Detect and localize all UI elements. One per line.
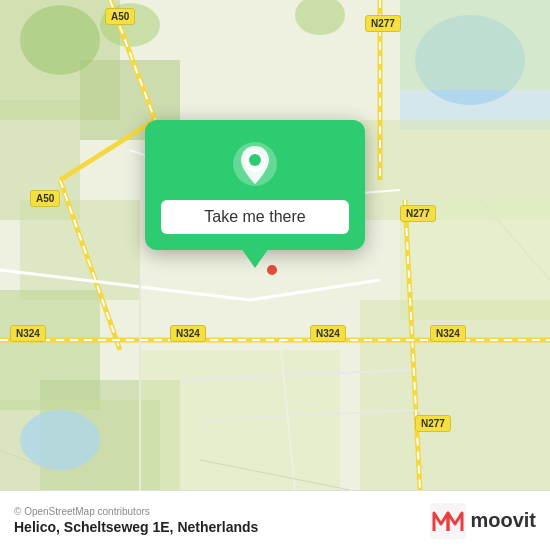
svg-rect-9 [400, 0, 550, 90]
road-label-n277-mid: N277 [400, 205, 436, 222]
location-pin-icon [231, 140, 279, 188]
road-label-a50-top: A50 [105, 8, 135, 25]
take-me-there-button[interactable]: Take me there [161, 200, 349, 234]
road-label-n324-left: N324 [10, 325, 46, 342]
svg-rect-13 [140, 350, 340, 490]
bottom-info: © OpenStreetMap contributors Helico, Sch… [14, 506, 258, 535]
road-label-a50-left: A50 [30, 190, 60, 207]
moovit-icon [430, 503, 466, 539]
road-label-n324-mid-left: N324 [170, 325, 206, 342]
popup-card: Take me there [145, 120, 365, 250]
road-label-n324-mid: N324 [310, 325, 346, 342]
bottom-bar: © OpenStreetMap contributors Helico, Sch… [0, 490, 550, 550]
map-container: N277 N277 N277 A50 A50 N324 N324 N324 N3… [0, 0, 550, 490]
copyright-text: © OpenStreetMap contributors [14, 506, 258, 517]
road-label-n277-bottom: N277 [415, 415, 451, 432]
svg-point-15 [20, 410, 100, 470]
svg-point-44 [249, 154, 261, 166]
moovit-text: moovit [470, 509, 536, 532]
moovit-logo: moovit [430, 503, 536, 539]
road-label-n324-right: N324 [430, 325, 466, 342]
road-label-n277-top: N277 [365, 15, 401, 32]
location-title: Helico, Scheltseweg 1E, Netherlands [14, 519, 258, 535]
svg-point-16 [20, 5, 100, 75]
